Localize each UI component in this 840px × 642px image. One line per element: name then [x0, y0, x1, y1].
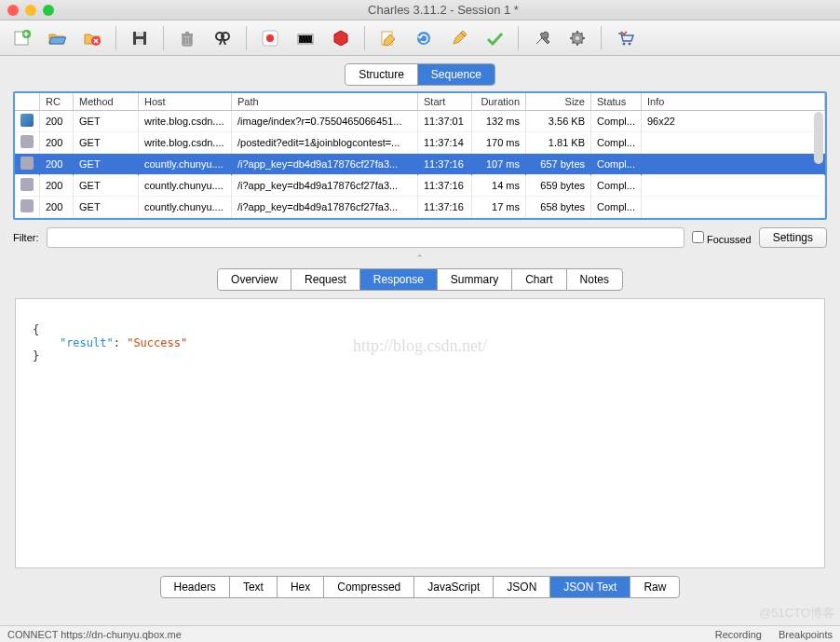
scrollbar-thumb[interactable]: [814, 112, 823, 164]
watermark-text: http://blog.csdn.net/: [353, 336, 487, 356]
repeat-button[interactable]: [408, 25, 440, 51]
row-type-icon: [20, 135, 34, 148]
col-host[interactable]: Host: [139, 93, 232, 111]
compose-button[interactable]: [373, 25, 404, 51]
svg-marker-14: [334, 31, 347, 46]
tab-overview[interactable]: Overview: [218, 269, 291, 290]
throttle-button[interactable]: [290, 25, 321, 51]
status-recording: Recording: [715, 629, 762, 640]
col-info[interactable]: Info: [641, 93, 824, 111]
json-value: "Success": [127, 336, 187, 349]
table-header-row: RC Method Host Path Start Duration Size …: [15, 93, 825, 111]
filter-label: Filter:: [13, 232, 39, 243]
bodytab-headers[interactable]: Headers: [161, 577, 230, 597]
body-view-tabs: HeadersTextHexCompressedJavaScriptJSONJS…: [13, 568, 827, 606]
svg-rect-7: [185, 32, 189, 34]
window-controls: [7, 5, 54, 16]
find-button[interactable]: [207, 25, 238, 51]
clear-button[interactable]: [171, 25, 203, 51]
purchase-button[interactable]: [609, 25, 641, 51]
bodytab-json[interactable]: JSON: [494, 577, 550, 597]
view-mode-tabs: Structure Sequence: [0, 56, 840, 91]
svg-point-11: [266, 34, 274, 42]
response-body-pane[interactable]: { "result": "Success" } http://blog.csdn…: [15, 298, 825, 568]
tab-sequence[interactable]: Sequence: [418, 64, 495, 85]
col-status[interactable]: Status: [591, 93, 642, 111]
settings-button[interactable]: [562, 25, 593, 51]
tools-button[interactable]: [526, 25, 558, 51]
validate-button[interactable]: [479, 25, 510, 51]
tab-structure[interactable]: Structure: [345, 64, 418, 85]
status-breakpoints: Breakpoints: [779, 629, 833, 640]
table-row[interactable]: 200 GET countly.chunyu.... /i?app_key=db…: [15, 154, 825, 175]
table-row[interactable]: 200 GET write.blog.csdn.... /postedit?ed…: [15, 132, 825, 154]
col-rc[interactable]: RC: [40, 93, 74, 111]
svg-point-18: [576, 36, 579, 40]
filter-bar: Filter: Focussed Settings: [13, 220, 827, 252]
close-session-button[interactable]: [76, 25, 108, 51]
tab-notes[interactable]: Notes: [567, 269, 622, 290]
col-method[interactable]: Method: [74, 93, 139, 111]
bodytab-compressed[interactable]: Compressed: [324, 577, 414, 597]
status-bar: CONNECT https://dn-chunyu.qbox.me Record…: [0, 625, 840, 642]
json-key: "result": [60, 336, 114, 349]
col-start[interactable]: Start: [418, 93, 472, 111]
record-button[interactable]: [254, 25, 286, 51]
table-row[interactable]: 200 GET countly.chunyu.... /i?app_key=db…: [15, 197, 825, 218]
zoom-window-icon[interactable]: [43, 5, 54, 16]
tab-summary[interactable]: Summary: [438, 269, 512, 290]
titlebar: Charles 3.11.2 - Session 1 *: [0, 0, 840, 20]
tab-request[interactable]: Request: [291, 269, 360, 290]
minimize-window-icon[interactable]: [25, 5, 36, 16]
col-size[interactable]: Size: [526, 93, 591, 111]
svg-rect-5: [136, 39, 143, 45]
svg-point-19: [623, 42, 626, 45]
bodytab-text[interactable]: Text: [230, 577, 278, 597]
bodytab-hex[interactable]: Hex: [278, 577, 324, 597]
row-type-icon: [20, 199, 34, 212]
svg-rect-6: [182, 34, 193, 35]
tab-chart[interactable]: Chart: [512, 269, 566, 290]
focussed-checkbox[interactable]: Focussed: [692, 231, 752, 245]
main-toolbar: [0, 20, 840, 56]
filter-settings-button[interactable]: Settings: [759, 227, 827, 248]
status-left: CONNECT https://dn-chunyu.qbox.me: [7, 629, 182, 640]
col-path[interactable]: Path: [232, 93, 418, 111]
row-type-icon: [20, 157, 34, 170]
splitter-handle[interactable]: ⌃: [13, 252, 827, 265]
close-window-icon[interactable]: [7, 5, 19, 16]
new-session-button[interactable]: [6, 25, 37, 51]
bodytab-json-text[interactable]: JSON Text: [550, 577, 630, 597]
table-row[interactable]: 200 GET write.blog.csdn.... /image/index…: [15, 111, 825, 132]
bodytab-javascript[interactable]: JavaScript: [414, 577, 494, 597]
tab-response[interactable]: Response: [360, 269, 438, 290]
row-type-icon: [20, 114, 34, 127]
table-row[interactable]: 200 GET countly.chunyu.... /i?app_key=db…: [15, 175, 825, 197]
window-title: Charles 3.11.2 - Session 1 *: [54, 3, 833, 17]
corner-watermark: @51CTO博客: [759, 605, 834, 622]
request-table[interactable]: RC Method Host Path Start Duration Size …: [13, 91, 827, 220]
detail-tabs: OverviewRequestResponseSummaryChartNotes: [13, 265, 827, 298]
svg-rect-4: [136, 32, 143, 36]
bodytab-raw[interactable]: Raw: [630, 577, 679, 597]
open-button[interactable]: [41, 25, 73, 51]
col-duration[interactable]: Duration: [472, 93, 526, 111]
edit-button[interactable]: [443, 25, 475, 51]
svg-point-20: [629, 42, 631, 45]
row-type-icon: [20, 178, 34, 191]
breakpoints-button[interactable]: [325, 25, 357, 51]
filter-input[interactable]: [47, 227, 684, 248]
save-button[interactable]: [124, 25, 156, 51]
